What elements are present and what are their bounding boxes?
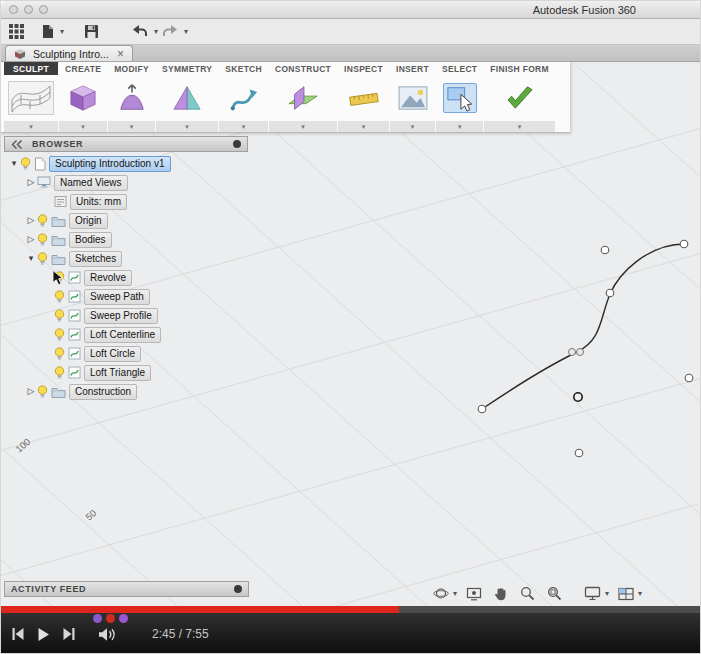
ribbon-group-caret-icon[interactable]: ▾ xyxy=(59,121,107,132)
ribbon-group-finish-form[interactable]: FINISH FORM▾ xyxy=(484,62,555,132)
control-point[interactable] xyxy=(478,405,486,413)
look-at-button[interactable] xyxy=(466,587,485,601)
ribbon-tab-label[interactable]: INSERT xyxy=(390,62,435,75)
ribbon-group-symmetry[interactable]: SYMMETRY▾ xyxy=(156,62,218,132)
visibility-lightbulb-icon[interactable] xyxy=(54,347,65,361)
create-box-icon[interactable] xyxy=(59,75,107,121)
ribbon-tab-label[interactable]: MODIFY xyxy=(108,62,155,75)
tree-item-label[interactable]: Units: mm xyxy=(70,194,127,210)
collapse-panel-icon[interactable] xyxy=(11,139,23,150)
tree-item-label[interactable]: Revolve xyxy=(84,270,132,286)
inspect-ruler-icon[interactable] xyxy=(338,75,389,121)
display-settings-button[interactable]: ▾ xyxy=(584,586,609,601)
browser-header[interactable]: BROWSER xyxy=(4,136,248,152)
undo-button[interactable]: ▾ xyxy=(130,23,160,40)
dropdown-caret-icon[interactable]: ▾ xyxy=(638,590,642,598)
tree-item-label[interactable]: Sweep Profile xyxy=(84,308,158,324)
insert-image-icon[interactable] xyxy=(390,75,435,121)
expander-closed-icon[interactable]: ▷ xyxy=(25,216,37,225)
expander-closed-icon[interactable]: ▷ xyxy=(25,235,37,244)
tree-item-sculpting-introduction-v1[interactable]: ▾Sculpting Introduction v1 xyxy=(4,154,248,173)
ribbon-group-caret-icon[interactable]: ▾ xyxy=(484,121,555,132)
minimize-window-button[interactable] xyxy=(24,5,33,14)
ribbon-tab-label[interactable]: SKETCH xyxy=(219,62,268,75)
visibility-lightbulb-icon[interactable] xyxy=(54,328,65,342)
dropdown-caret-icon[interactable]: ▾ xyxy=(60,28,64,36)
ribbon-group-caret-icon[interactable]: ▾ xyxy=(4,121,58,132)
tree-item-sweep-profile[interactable]: Sweep Profile xyxy=(4,306,248,325)
previous-button[interactable] xyxy=(11,627,25,641)
ribbon-group-caret-icon[interactable]: ▾ xyxy=(219,121,268,132)
orbit-button[interactable]: ▾ xyxy=(433,586,457,601)
visibility-lightbulb-icon[interactable] xyxy=(54,290,65,304)
ribbon-tab-label[interactable]: INSPECT xyxy=(338,62,389,75)
tree-item-origin[interactable]: ▷Origin xyxy=(4,211,248,230)
ribbon-group-modify[interactable]: MODIFY▾ xyxy=(108,62,155,132)
tree-item-label[interactable]: Sweep Path xyxy=(84,289,150,305)
tree-item-label[interactable]: Construction xyxy=(69,384,137,400)
panel-options-dot[interactable] xyxy=(233,140,241,148)
close-tab-button[interactable]: × xyxy=(117,47,124,61)
ribbon-tab-label[interactable]: SCULPT xyxy=(4,62,58,75)
visibility-lightbulb-icon[interactable] xyxy=(54,309,65,323)
ribbon-group-insert[interactable]: INSERT▾ xyxy=(390,62,435,132)
symmetry-pyramid-icon[interactable] xyxy=(156,75,218,121)
visibility-lightbulb-icon[interactable] xyxy=(37,385,48,399)
play-button[interactable] xyxy=(37,627,50,642)
video-progress-bar[interactable] xyxy=(1,606,700,613)
control-point[interactable] xyxy=(680,240,688,248)
construct-planes-icon[interactable] xyxy=(269,75,337,121)
ribbon-group-caret-icon[interactable]: ▾ xyxy=(338,121,389,132)
next-button[interactable] xyxy=(62,627,76,641)
tree-item-revolve[interactable]: Revolve xyxy=(4,268,248,287)
tree-item-named-views[interactable]: ▷Named Views xyxy=(4,173,248,192)
dropdown-caret-icon[interactable]: ▾ xyxy=(453,590,457,598)
ribbon-group-caret-icon[interactable]: ▾ xyxy=(390,121,435,132)
ribbon-tab-label[interactable]: CONSTRUCT xyxy=(269,62,337,75)
file-new-button[interactable]: ▾ xyxy=(39,22,66,41)
tree-item-sweep-path[interactable]: Sweep Path xyxy=(4,287,248,306)
ribbon-group-caret-icon[interactable]: ▾ xyxy=(156,121,218,132)
expander-open-icon[interactable]: ▾ xyxy=(8,159,20,168)
dropdown-caret-icon[interactable]: ▾ xyxy=(605,590,609,598)
zoom-window-button[interactable] xyxy=(39,5,48,14)
ribbon-group-construct[interactable]: CONSTRUCT▾ xyxy=(269,62,337,132)
ribbon-group-select[interactable]: SELECT▾ xyxy=(436,62,483,132)
control-point[interactable] xyxy=(575,449,583,457)
tree-item-bodies[interactable]: ▷Bodies xyxy=(4,230,248,249)
merged-control-point[interactable] xyxy=(577,349,584,356)
redo-button[interactable]: ▾ xyxy=(160,23,190,40)
ribbon-group-caret-icon[interactable]: ▾ xyxy=(108,121,155,132)
expander-open-icon[interactable]: ▾ xyxy=(25,254,37,263)
visibility-lightbulb-icon[interactable] xyxy=(20,157,31,171)
tree-item-label[interactable]: Loft Circle xyxy=(84,346,141,362)
panel-options-dot[interactable] xyxy=(234,585,242,593)
close-window-button[interactable] xyxy=(9,5,18,14)
ribbon-tab-label[interactable]: CREATE xyxy=(59,62,107,75)
finish-check-icon[interactable] xyxy=(484,75,555,121)
modify-form-icon[interactable] xyxy=(108,75,155,121)
viewports-button[interactable]: ▾ xyxy=(618,587,642,601)
ribbon-group-inspect[interactable]: INSPECT▾ xyxy=(338,62,389,132)
volume-button[interactable] xyxy=(98,627,118,642)
visibility-lightbulb-icon[interactable] xyxy=(54,366,65,380)
tree-item-units-mm[interactable]: Units: mm xyxy=(4,192,248,211)
expander-closed-icon[interactable]: ▷ xyxy=(25,387,37,396)
tree-item-label[interactable]: Loft Centerline xyxy=(84,327,161,343)
tree-item-label[interactable]: Origin xyxy=(69,213,108,229)
tree-item-label[interactable]: Sketches xyxy=(69,251,122,267)
tree-item-loft-centerline[interactable]: Loft Centerline xyxy=(4,325,248,344)
ribbon-group-caret-icon[interactable]: ▾ xyxy=(269,121,337,132)
zoom-button[interactable] xyxy=(520,586,538,601)
expander-closed-icon[interactable]: ▷ xyxy=(25,178,37,187)
visibility-lightbulb-icon[interactable] xyxy=(37,214,48,228)
ribbon-group-sketch[interactable]: SKETCH▾ xyxy=(219,62,268,132)
document-tab[interactable]: Sculpting Intro... × xyxy=(5,45,133,61)
tree-item-construction[interactable]: ▷Construction xyxy=(4,382,248,401)
tree-item-loft-triangle[interactable]: Loft Triangle xyxy=(4,363,248,382)
ribbon-group-sculpt[interactable]: SCULPT▾ xyxy=(4,62,58,132)
ribbon-tab-label[interactable]: SELECT xyxy=(436,62,483,75)
visibility-lightbulb-icon[interactable] xyxy=(37,233,48,247)
sketch-spline-icon[interactable] xyxy=(219,75,268,121)
ribbon-group-caret-icon[interactable]: ▾ xyxy=(436,121,483,132)
